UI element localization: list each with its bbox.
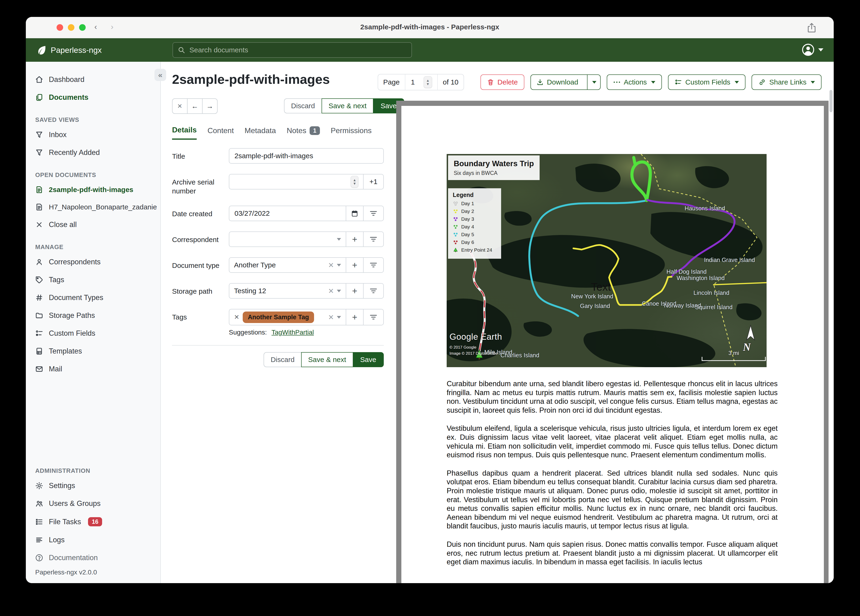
sidebar-heading-administration: ADMINISTRATION [35, 467, 151, 475]
main-panel: « 2sample-pdf-with-images Page ▲▼ of 10 [161, 62, 834, 583]
notes-count-badge: 1 [309, 126, 320, 135]
tags-add-button[interactable]: + [346, 310, 363, 325]
document-toolbar: Page ▲▼ of 10 Delete D [378, 74, 822, 90]
page-stepper[interactable]: ▲▼ [424, 76, 432, 88]
sidebar-item-recently-added[interactable]: Recently Added [26, 144, 160, 162]
tab-content[interactable]: Content [207, 126, 234, 139]
document-type-filter-button[interactable] [363, 258, 383, 272]
asn-next-button[interactable]: +1 [363, 174, 383, 189]
save-next-button[interactable]: Save & next [322, 98, 374, 113]
save-button[interactable]: Save [353, 352, 384, 367]
day4-icon [453, 224, 458, 229]
save-group-top: Discard Save & next Save [284, 98, 404, 113]
save-next-button[interactable]: Save & next [301, 352, 353, 367]
legend-item: Day 6 [453, 239, 496, 245]
sidebar-item-file-tasks[interactable]: File Tasks 16 [26, 512, 160, 531]
discard-button[interactable]: Discard [264, 352, 301, 367]
pdf-paragraph: Vestibulum eleifend, ligula a scelerisqu… [447, 424, 778, 459]
brand[interactable]: Paperless-ngx [36, 45, 102, 55]
asn-stepper[interactable]: ▲▼ [351, 176, 358, 188]
sidebar-item-open-doc-2[interactable]: H7_Napoleon_Bonaparte_zadanie [26, 198, 160, 216]
sidebar-item-users-groups[interactable]: Users & Groups [26, 495, 160, 512]
download-label: Download [547, 78, 578, 86]
tab-notes[interactable]: Notes1 [287, 126, 320, 139]
tab-details[interactable]: Details [172, 126, 197, 140]
custom-fields-button[interactable]: Custom Fields [668, 74, 745, 90]
date-picker-button[interactable] [346, 206, 363, 221]
clear-icon[interactable]: ✕ [328, 287, 334, 295]
svg-text:Washington Island: Washington Island [677, 275, 725, 281]
tags-filter-button[interactable] [363, 310, 383, 325]
sidebar-item-mail[interactable]: Mail [26, 360, 160, 378]
title-input[interactable] [234, 152, 378, 160]
svg-text:Half Dog Island: Half Dog Island [667, 268, 707, 275]
close-document-button[interactable]: ✕ [173, 99, 187, 113]
sidebar-item-templates[interactable]: Templates [26, 342, 160, 360]
sidebar-item-correspondents[interactable]: Correspondents [26, 253, 160, 271]
tag-chip[interactable]: Another Sample Tag [243, 311, 314, 323]
page-number-input[interactable] [411, 78, 421, 86]
storage-path-select[interactable]: Testing 12 ✕ [229, 284, 346, 298]
share-icon[interactable] [807, 22, 817, 34]
sidebar-item-storage-paths[interactable]: Storage Paths [26, 306, 160, 324]
sidebar-item-tags[interactable]: Tags [26, 271, 160, 289]
correspondent-add-button[interactable]: + [346, 232, 363, 247]
search-bar[interactable] [173, 42, 412, 58]
sidebar-item-custom-fields[interactable]: Custom Fields [26, 324, 160, 342]
map-legend: Legend Day 1 Day 2 Day 3 Day 4 Day 5 Day… [448, 188, 501, 259]
tags-select[interactable]: ✕ Another Sample Tag ✕ [229, 310, 346, 325]
svg-text:New York Island: New York Island [571, 293, 613, 300]
page-number-control[interactable]: ▲▼ [405, 74, 437, 90]
download-dropdown-toggle[interactable] [587, 75, 600, 90]
remove-tag-icon[interactable]: ✕ [234, 313, 239, 321]
caret-down-icon [337, 316, 341, 319]
sidebar-item-inbox[interactable]: Inbox [26, 126, 160, 144]
legend-label: Entry Point 24 [461, 247, 492, 253]
download-button[interactable]: Download [530, 74, 601, 90]
scrollbar-thumb[interactable] [830, 90, 833, 112]
date-created-input[interactable] [234, 209, 341, 218]
link-icon [758, 79, 766, 86]
search-input[interactable] [189, 46, 407, 54]
share-links-button[interactable]: Share Links [752, 74, 821, 90]
save-label: Save [360, 356, 376, 364]
next-document-button[interactable]: → [202, 99, 217, 113]
pdf-preview-pane[interactable]: Hausons Island Indian Grave Island Half … [396, 101, 829, 583]
asn-input[interactable] [234, 178, 348, 186]
date-filter-button[interactable] [363, 206, 383, 221]
actions-button[interactable]: Actions [607, 74, 662, 90]
clear-icon[interactable]: ✕ [328, 261, 334, 269]
discard-button[interactable]: Discard [284, 98, 322, 113]
correspondent-filter-button[interactable] [363, 232, 383, 247]
clear-icon[interactable]: ✕ [328, 313, 334, 321]
previous-document-button[interactable]: ← [187, 99, 202, 113]
sidebar-item-documents[interactable]: Documents [26, 88, 160, 106]
day3-icon [453, 216, 458, 222]
sidebar-item-dashboard[interactable]: Dashboard [26, 71, 160, 88]
storage-path-add-button[interactable]: + [346, 284, 363, 298]
delete-button[interactable]: Delete [480, 74, 524, 90]
storage-path-filter-button[interactable] [363, 284, 383, 298]
sidebar-item-open-doc-1[interactable]: 2sample-pdf-with-images [26, 181, 160, 198]
tab-permissions[interactable]: Permissions [331, 126, 372, 139]
sidebar-item-settings[interactable]: Settings [26, 477, 160, 495]
document-type-add-button[interactable]: + [346, 258, 363, 272]
sidebar-heading-saved-views: SAVED VIEWS [35, 116, 151, 124]
user-menu[interactable] [802, 43, 823, 56]
sidebar-item-close-all[interactable]: Close all [26, 216, 160, 234]
suggestion-link[interactable]: TagWithPartial [271, 328, 314, 336]
document-type-select[interactable]: Another Type ✕ [229, 258, 346, 272]
scale-label: 3 mi [728, 350, 739, 356]
sidebar-collapse-button[interactable]: « [154, 69, 166, 81]
correspondent-select[interactable] [229, 232, 346, 247]
document-title: 2sample-pdf-with-images [172, 72, 330, 87]
sidebar-item-logs[interactable]: Logs [26, 531, 160, 549]
tab-label: Metadata [245, 126, 276, 135]
sidebar-label: Documentation [49, 553, 98, 562]
sidebar-item-document-types[interactable]: Document Types [26, 289, 160, 306]
page-navigation: Page ▲▼ of 10 [378, 74, 464, 90]
save-label: Save [380, 102, 396, 110]
sidebar-item-documentation[interactable]: Documentation [26, 549, 160, 567]
sidebar-label: Document Types [49, 294, 103, 302]
tab-metadata[interactable]: Metadata [245, 126, 276, 139]
